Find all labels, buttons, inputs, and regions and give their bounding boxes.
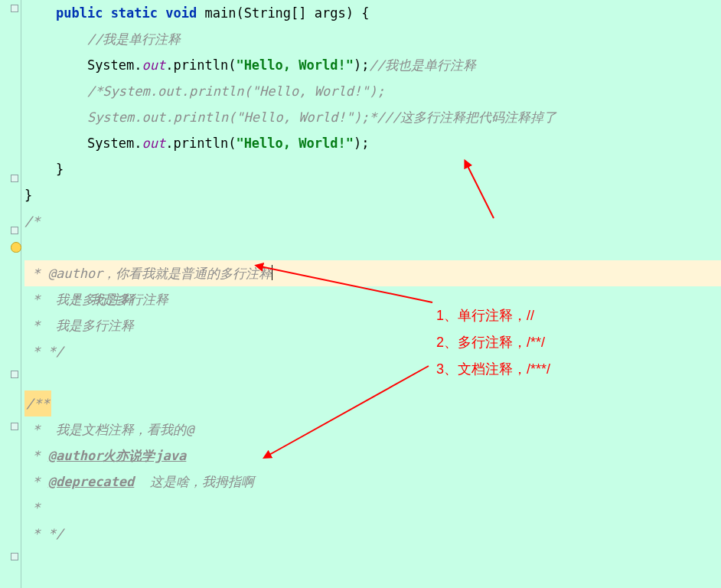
line-comment: //我是单行注释 <box>87 31 181 47</box>
gutter <box>0 0 21 588</box>
fold-marker[interactable] <box>11 227 18 234</box>
annotation-text-2: 2、多行注释，/**/ <box>436 333 545 351</box>
indent <box>24 57 87 73</box>
code-line[interactable]: * <box>24 495 721 521</box>
fold-marker[interactable] <box>11 175 18 182</box>
code-line[interactable]: /*System.out.println("Hello, World!"); <box>24 78 721 104</box>
code-line-blank[interactable] <box>24 364 721 390</box>
code-line[interactable]: /* <box>24 208 721 234</box>
code-line[interactable]: System.out.println("Hello, World!"); <box>24 130 721 156</box>
code-line[interactable]: public static void main(String[] args) { <box>24 0 721 26</box>
doc-tag-author: @author <box>48 448 103 463</box>
doc-comment: * 我是文档注释，看我的@ <box>24 422 194 437</box>
code-line-current[interactable]: * @author，你看我就是普通的多行注释 <box>24 260 721 286</box>
method-call: .println( <box>165 57 236 73</box>
block-comment: /*System.out.println("Hello, World!"); <box>87 83 385 99</box>
code-line[interactable]: } <box>24 156 721 182</box>
doc-tag-deprecated: @deprecated <box>48 474 135 489</box>
block-comment: * 我是多行注释 <box>24 292 134 307</box>
code-line[interactable]: * @deprecated 这是啥，我拇指啊 <box>24 469 721 495</box>
indent <box>24 31 87 47</box>
code-area[interactable]: public static void main(String[] args) {… <box>21 0 721 588</box>
doc-comment: 这是啥，我拇指啊 <box>134 474 253 489</box>
string-literal: "Hello, World!" <box>236 57 354 73</box>
fold-marker[interactable] <box>11 553 18 560</box>
keyword-void: void <box>165 5 197 21</box>
block-comment: * @author，你看我就是普通的多行注释 <box>24 266 272 281</box>
method-params: (String[] args) { <box>236 5 369 21</box>
code-line[interactable]: System.out.println("Hello, World!");*///… <box>24 104 721 130</box>
line-comment: //我也是单行注释 <box>369 57 475 73</box>
block-comment-open: /* <box>24 214 40 229</box>
class-ref: System. <box>87 136 142 151</box>
annotation-text-3: 3、文档注释，/***/ <box>436 360 550 378</box>
annotation-text-1: 1、单行注释，// <box>436 306 534 325</box>
code-line[interactable]: /** <box>24 390 721 416</box>
punct: ); <box>354 136 369 151</box>
class-ref: System. <box>87 57 142 73</box>
punct: ); <box>354 57 369 73</box>
code-editor[interactable]: public static void main(String[] args) {… <box>0 0 721 588</box>
doc-comment: * <box>24 500 40 515</box>
code-line[interactable]: * */ <box>24 521 721 547</box>
code-line[interactable]: * 我是文档注释，看我的@ <box>24 416 721 443</box>
code-line[interactable]: * @author火亦说学java <box>24 443 721 469</box>
text-cursor <box>272 265 272 280</box>
field-ref: out <box>142 136 166 151</box>
doc-comment: * <box>24 474 48 489</box>
indent <box>24 136 87 151</box>
string-literal: "Hello, World!" <box>236 136 354 151</box>
code-line[interactable]: * 我是多行注释 <box>24 312 721 338</box>
indent <box>24 83 87 99</box>
code-line[interactable]: //我是单行注释 <box>24 26 721 52</box>
block-comment: System.out.println("Hello, World!");*/ <box>87 109 385 125</box>
doc-comment: * <box>24 448 48 463</box>
block-comment-close: * */ <box>24 344 64 359</box>
indent <box>24 5 56 21</box>
brace: } <box>24 188 32 203</box>
code-line[interactable]: } <box>24 182 721 208</box>
fold-marker[interactable] <box>11 423 18 430</box>
method-name: main <box>197 5 236 21</box>
fold-marker[interactable] <box>11 371 18 378</box>
field-ref: out <box>142 57 166 73</box>
code-line[interactable]: *我是多行注释 <box>24 234 721 260</box>
doc-comment-close: * */ <box>24 526 64 541</box>
code-line[interactable]: * */ <box>24 338 721 364</box>
doc-comment-open: /** <box>24 390 51 416</box>
method-call: .println( <box>165 136 236 151</box>
lightbulb-icon[interactable] <box>11 242 21 253</box>
brace: } <box>24 162 64 177</box>
indent <box>24 109 87 125</box>
keyword-public: public <box>56 5 103 21</box>
doc-tag-value: 火亦说学java <box>103 448 186 463</box>
line-comment: //这多行注释把代码注释掉了 <box>385 109 556 125</box>
fold-marker[interactable] <box>11 5 18 12</box>
block-comment: * 我是多行注释 <box>24 318 134 333</box>
keyword-static: static <box>111 5 158 21</box>
code-line[interactable]: System.out.println("Hello, World!");//我也… <box>24 52 721 78</box>
code-line[interactable]: * 我是多行注释 <box>24 286 721 312</box>
